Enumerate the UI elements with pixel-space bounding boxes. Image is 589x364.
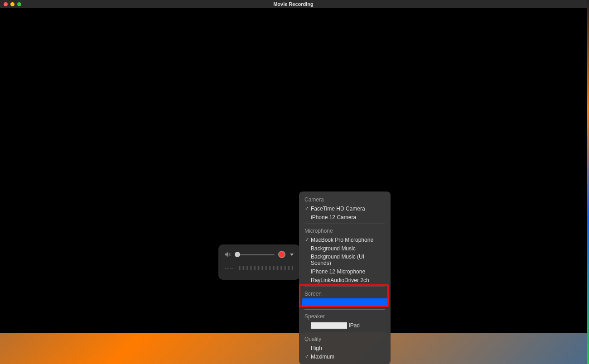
volume-slider-thumb[interactable] [235,252,240,257]
menu-item-facetime-camera[interactable]: ✓ FaceTime HD Camera [302,204,388,213]
window-titlebar: Movie Recording [0,0,587,8]
menu-item-iphone12-camera[interactable]: iPhone 12 Camera [302,213,388,221]
minimize-button[interactable] [10,2,14,6]
options-dropdown-caret[interactable] [290,254,294,256]
quality-section-header: Quality [302,335,388,344]
menu-item-label: Background Music [311,245,385,252]
menu-separator [304,309,385,310]
camera-section-header: Camera [302,195,388,204]
menu-item-background-music-ui[interactable]: Background Music (UI Sounds) [302,253,388,267]
dock-sliver [587,0,589,364]
redacted-text [311,322,347,329]
audio-level-meter [238,266,294,270]
menu-separator [304,332,385,332]
checkmark-icon: ✓ [304,237,309,243]
menu-separator [304,287,385,287]
video-preview-area [0,8,587,333]
menu-item-label: iPhone 12 Camera [311,214,385,220]
menu-item-raylink-audio[interactable]: RayLinkAudioDriver 2ch [302,276,388,284]
menu-separator [304,224,385,224]
microphone-section-header: Microphone [302,226,388,235]
menu-item-iphone12-mic[interactable]: iPhone 12 Microphone [302,267,388,276]
checkmark-icon: ✓ [304,206,309,211]
menu-item-quality-high[interactable]: High [302,344,388,352]
recording-control-bar: --:-- [218,244,300,280]
traffic-lights [4,2,21,6]
volume-slider[interactable] [235,254,275,255]
movie-recording-window: Movie Recording [0,0,587,333]
time-row: --:-- [225,265,294,270]
mute-icon[interactable] [225,251,231,258]
time-display: --:-- [225,265,233,270]
close-button[interactable] [4,2,8,6]
menu-item-label: MacBook Pro Microphone [311,237,385,243]
menu-item-label: High [311,345,385,351]
menu-item-speaker-ipad[interactable]: iPad [302,321,388,330]
menu-item-label: RayLinkAudioDriver 2ch [311,277,385,283]
screen-section-header: Screen [302,289,388,298]
volume-row [225,251,294,258]
menu-item-label: iPhone 12 Microphone [311,268,385,275]
menu-item-label: iPad [349,322,360,329]
menu-item-label: FaceTime HD Camera [311,206,385,212]
menu-item-label: Background Music (UI Sounds) [311,254,385,266]
recording-options-menu: Camera ✓ FaceTime HD Camera iPhone 12 Ca… [299,192,391,364]
speaker-section-header: Speaker [302,312,388,321]
menu-item-label: Maximum [311,354,385,360]
menu-item-quality-maximum[interactable]: ✓ Maximum [302,352,388,361]
menu-item-macbook-mic[interactable]: ✓ MacBook Pro Microphone [302,235,388,244]
window-title: Movie Recording [273,1,314,7]
menu-item-background-music[interactable]: Background Music [302,244,388,253]
zoom-button[interactable] [17,2,21,6]
record-button[interactable] [278,251,285,258]
menu-item-screen-selected[interactable] [302,298,388,307]
checkmark-icon: ✓ [304,354,309,359]
